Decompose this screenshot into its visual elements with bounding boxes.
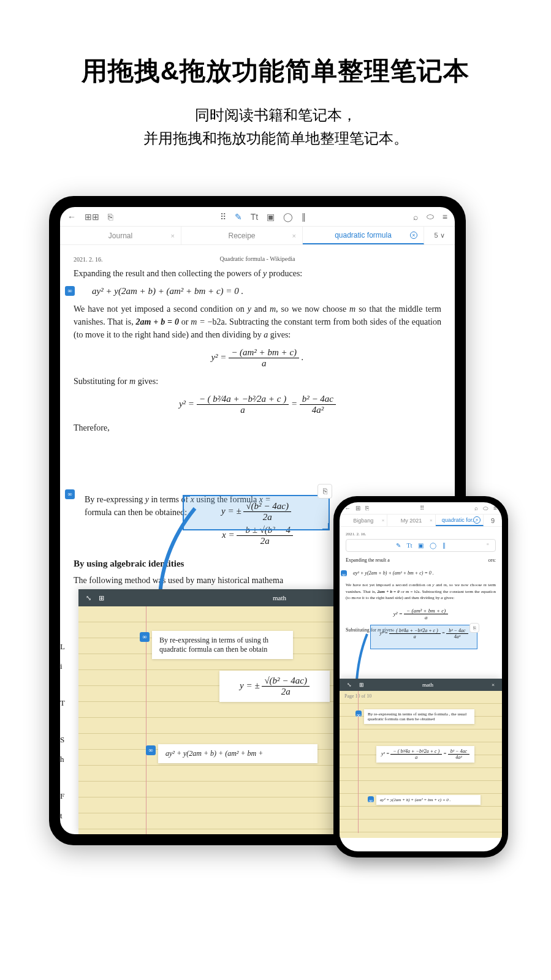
close-icon[interactable]: × <box>492 682 495 688</box>
tab-receipe[interactable]: Receipe× <box>181 227 303 244</box>
paragraph: Therefore, <box>74 421 441 434</box>
doc-date: 2021. 2. 16. <box>346 532 496 537</box>
note-snippet[interactable]: y² = − ( b²⁄4a + −b²⁄2a + c )a = b² − 4a… <box>376 746 474 763</box>
hero-subtitle: 同时阅读书籍和笔记本， 并用拖拽和拖放功能简单地整理笔记本。 <box>0 104 551 151</box>
toolbar: ← ⊞ ⎘ ⠿ ⌕ ⬭ ≡ <box>340 502 502 514</box>
note-snippet[interactable]: ay² + y(2am + b) + (am² + bm + <box>158 744 317 763</box>
image-tool-icon[interactable]: ▣ <box>267 212 275 222</box>
paragraph: We have not yet imposed a second conditi… <box>74 303 441 341</box>
tab-quadratic[interactable]: quadratic formula× <box>303 227 424 244</box>
note-snippet[interactable]: ay² + y(2am + b) + (am² + bm + c) = 0 . <box>376 795 481 805</box>
note-snippet[interactable]: By re-expressing in terms of using the f… <box>364 709 474 724</box>
grid-icon[interactable]: ⊞ <box>355 505 360 511</box>
comment-icon[interactable]: ◯ <box>283 212 293 222</box>
menu-icon[interactable]: ≡ <box>443 212 447 222</box>
tab-my2021[interactable]: My 2021× <box>387 514 435 526</box>
paragraph: Expanding the result and then collecting… <box>74 267 441 280</box>
copy-icon[interactable]: ⎘ <box>469 623 479 633</box>
paragraph: We have not yet imposed a second conditi… <box>346 582 496 601</box>
copy-icon[interactable]: ⎘ <box>317 484 332 499</box>
pill-icon[interactable]: ⬭ <box>427 211 434 222</box>
iphone-screen: ← ⊞ ⎘ ⠿ ⌕ ⬭ ≡ Bigbang× My 2021× quadrati… <box>340 502 502 851</box>
hero-title: 用拖拽&拖放功能简单整理笔记本 <box>0 54 551 88</box>
formula: y² = − (am² + bm + c)a . <box>74 347 441 369</box>
search-icon[interactable]: ⌕ <box>413 212 418 222</box>
formula: y² = − (am² + bm + c)a <box>346 608 496 620</box>
formula: ay² + y(2am + b) + (am² + bm + c) = 0 . <box>346 570 496 576</box>
page-indicator: Page 10 of 10 <box>340 691 502 701</box>
note-title: math <box>371 682 484 688</box>
image-tool-icon[interactable]: ▣ <box>418 542 424 549</box>
tab-bar: Journal× Receipe× quadratic formula× 5 ∨ <box>60 227 455 245</box>
close-icon[interactable]: × <box>292 232 296 239</box>
close-icon[interactable]: × <box>171 232 175 239</box>
formula: y² = − ( b²⁄4a + −b²⁄2a + c )a = b² − 4a… <box>74 394 441 415</box>
selection-box[interactable]: ⎘ y = ± √(b² − 4ac)2a <box>183 495 330 530</box>
paragraph: Expanding the result aces: <box>346 557 496 564</box>
collapse-icon[interactable]: ⤡ <box>86 594 91 602</box>
tab-bar: Bigbang× My 2021× quadratic for...× 9 <box>340 514 502 527</box>
selection-box[interactable]: ⎘ y² = − ( b²⁄4a + −b²⁄2a + c )a = b² − … <box>370 625 477 649</box>
caption-icon[interactable]: ≡ <box>487 542 489 547</box>
close-icon[interactable]: × <box>382 518 385 523</box>
close-icon[interactable]: × <box>430 518 433 523</box>
link-badge-icon[interactable] <box>65 286 75 296</box>
iphone-device: ← ⊞ ⎘ ⠿ ⌕ ⬭ ≡ Bigbang× My 2021× quadrati… <box>333 496 508 858</box>
grid-icon[interactable]: ⊞ <box>359 682 364 688</box>
apps-icon[interactable]: ⠿ <box>220 212 226 222</box>
document-view[interactable]: 2021. 2. 16. ✎ Tt ▣ ◯ ‖ ≡ Expanding the … <box>340 527 502 838</box>
link-badge-icon[interactable] <box>368 796 374 802</box>
link-badge-icon[interactable] <box>355 710 362 717</box>
close-icon[interactable]: × <box>473 516 481 524</box>
toolbar: ← ⊞⊞ ⎘ ⠿ ✎ Tt ▣ ◯ ‖ ⌕ ⬭ ≡ <box>60 207 455 227</box>
pen-icon[interactable]: ✎ <box>235 212 242 222</box>
link-badge-icon[interactable] <box>140 632 150 642</box>
tab-bigbang[interactable]: Bigbang× <box>340 514 387 526</box>
add-page-icon[interactable]: ⎘ <box>365 505 369 511</box>
back-icon[interactable]: ← <box>67 212 76 222</box>
link-badge-icon[interactable] <box>65 489 75 499</box>
collapse-icon[interactable]: ⤡ <box>347 682 352 688</box>
formula: ay² + y(2am + b) + (am² + bm + c) = 0 . <box>74 286 441 296</box>
pill-icon[interactable]: ⬭ <box>483 505 488 512</box>
split-icon[interactable]: ‖ <box>443 542 446 549</box>
grid-icon[interactable]: ⊞⊞ <box>85 212 99 222</box>
pen-icon[interactable]: ✎ <box>396 542 401 549</box>
note-snippet[interactable]: y = ± √(b² − 4ac)2a <box>219 671 330 702</box>
grid-icon[interactable]: ⊞ <box>99 594 104 602</box>
tab-journal[interactable]: Journal× <box>60 227 181 244</box>
text-tool-icon[interactable]: Tt <box>251 212 258 222</box>
comment-icon[interactable]: ◯ <box>430 542 436 549</box>
close-icon[interactable]: × <box>410 232 417 239</box>
link-badge-icon[interactable] <box>146 745 156 755</box>
note-panel[interactable]: ⤡ ⊞ math × Page 10 of 10 By re-expressin… <box>340 679 502 838</box>
split-icon[interactable]: ‖ <box>302 212 306 222</box>
clipped-text: Li T Sh Ft <box>60 637 65 826</box>
link-badge-icon[interactable] <box>341 570 347 576</box>
menu-icon[interactable]: ≡ <box>493 505 497 511</box>
tab-overflow[interactable]: 9 <box>484 514 502 526</box>
add-page-icon[interactable]: ⎘ <box>108 212 113 222</box>
doc-source: Quadratic formula - Wikipedia <box>74 255 441 262</box>
apps-icon[interactable]: ⠿ <box>420 505 424 511</box>
tab-overflow[interactable]: 5 ∨ <box>424 227 455 244</box>
text-tool-icon[interactable]: Tt <box>407 542 412 549</box>
tab-quadratic[interactable]: quadratic for...× <box>436 514 484 526</box>
paragraph: Substituting for m gives: <box>74 375 441 388</box>
search-icon[interactable]: ⌕ <box>474 505 478 511</box>
back-icon[interactable]: ← <box>344 505 351 511</box>
note-snippet[interactable]: By re-expressing in terms of using th qu… <box>152 631 293 659</box>
